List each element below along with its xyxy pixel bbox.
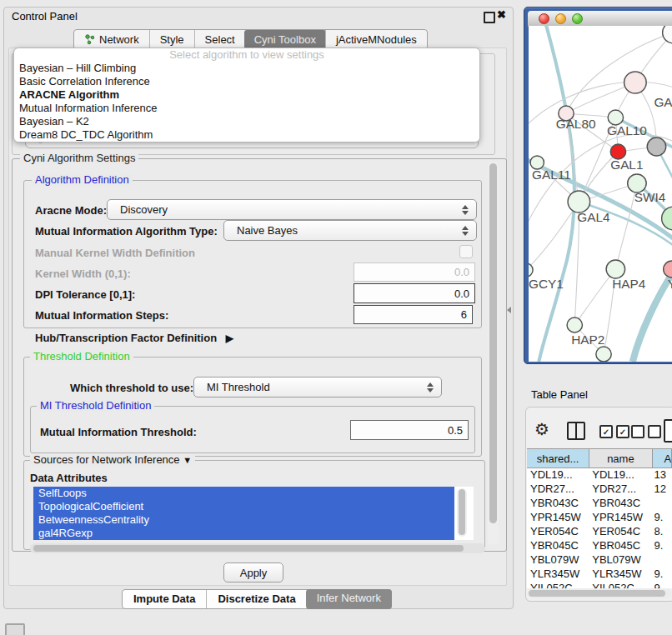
settings-scrollbar[interactable] — [488, 162, 499, 545]
dropdown-item[interactable]: Dream8 DC_TDC Algorithm — [14, 128, 479, 142]
tab-jactivemnodules-label: jActiveMNodules — [336, 33, 417, 46]
dropdown-item[interactable]: Bayesian – K2 — [14, 115, 479, 128]
close-traffic-light[interactable] — [539, 13, 549, 24]
zoom-traffic-light[interactable] — [572, 13, 583, 24]
node-label: GAL4 — [577, 210, 609, 224]
settings-group-title: Cyni Algorithm Settings — [20, 152, 138, 164]
sources-toggle[interactable]: Sources for Network Inference ▼ — [30, 454, 195, 466]
tab-jactivemnodules[interactable]: jActiveMNodules — [325, 30, 427, 49]
spinner-arrows-icon — [427, 382, 434, 392]
tab-network-label: Network — [99, 33, 139, 46]
table-gear-icon[interactable]: ⚙ — [534, 419, 549, 439]
network-node[interactable] — [596, 347, 611, 362]
dropdown-item[interactable]: Bayesian – Hill Climbing — [14, 62, 479, 75]
node-label: GAL11 — [532, 168, 571, 182]
column-header-partial[interactable]: A — [653, 449, 672, 468]
dpi-tolerance-value: 0.0 — [454, 288, 469, 300]
list-scrollbar-thumb[interactable] — [459, 489, 465, 535]
tab-style-label: Style — [160, 33, 184, 46]
network-node[interactable] — [624, 72, 647, 93]
tab-select[interactable]: Select — [194, 30, 245, 49]
table-row[interactable]: YLR345WYLR345W9. — [527, 568, 672, 582]
network-node-HAP4[interactable] — [606, 260, 625, 278]
sources-hscrollbar[interactable] — [30, 543, 485, 553]
network-node[interactable] — [662, 207, 672, 230]
threshold-definition-title: Threshold Definition — [30, 351, 133, 362]
table-row[interactable]: YBR045CYBR045C9. — [527, 539, 672, 554]
table-hscrollbar-thumb[interactable] — [529, 590, 665, 597]
network-window-titlebar[interactable] — [528, 11, 672, 27]
float-icon[interactable] — [484, 12, 495, 23]
network-node[interactable] — [663, 26, 672, 43]
tab-discretize-data[interactable]: Discretize Data — [206, 590, 306, 608]
column-header-shared[interactable]: shared... — [527, 449, 589, 468]
table-hscrollbar[interactable] — [527, 588, 672, 598]
node-label: GAL1 — [610, 158, 643, 172]
apply-button[interactable]: Apply — [223, 562, 283, 582]
dropdown-item[interactable]: Mutual Information Inference — [14, 102, 479, 115]
node-label: HAP2 — [571, 332, 604, 347]
tab-discretize-data-label: Discretize Data — [218, 592, 295, 605]
network-node-HAP2[interactable] — [567, 318, 582, 332]
list-item[interactable]: SelfLoops — [33, 487, 454, 500]
table-row[interactable]: YDR27...YDR27...12 — [527, 482, 672, 498]
network-node-GAL4[interactable] — [568, 191, 590, 212]
tab-network[interactable]: Network — [74, 30, 149, 49]
network-tab-icon — [84, 34, 95, 45]
network-node[interactable] — [647, 138, 666, 156]
mi-steps-field[interactable]: 6 — [354, 305, 473, 324]
tab-infer-network[interactable]: Infer Network — [306, 589, 392, 609]
column-layout-icon[interactable] — [567, 422, 585, 440]
spinner-arrows-icon — [462, 226, 469, 236]
tab-style[interactable]: Style — [149, 30, 194, 49]
column-header-name-label: name — [607, 452, 634, 465]
mi-type-combo[interactable]: Naive Bayes — [223, 220, 477, 241]
network-canvas[interactable]: GAL GAL80 GAL10 GAL1 GAL11 SWI4 GAL4 GCY… — [529, 26, 672, 362]
column-header-name[interactable]: name — [589, 449, 652, 468]
list-item[interactable]: BetweennessCentrality — [33, 513, 454, 527]
manual-kernel-checkbox[interactable] — [459, 245, 473, 258]
kernel-width-field[interactable]: 0.0 — [354, 262, 475, 282]
tab-cyni-toolbox[interactable]: Cyni Toolbox — [244, 30, 326, 49]
list-item[interactable]: TopologicalCoefficient — [33, 500, 454, 513]
table-row[interactable]: YBL079WYBL079W — [527, 553, 672, 568]
sources-hscrollbar-thumb[interactable] — [33, 545, 464, 552]
panel-splitter-handle[interactable] — [507, 307, 511, 313]
network-node-GCY1[interactable] — [529, 263, 533, 277]
dpi-tolerance-field[interactable]: 0.0 — [354, 283, 475, 303]
table-row[interactable]: YPR145WYPR145W9. — [527, 511, 672, 526]
settings-scrollbar-thumb[interactable] — [489, 163, 497, 523]
table-row[interactable]: YIL052CYIL052C9 — [527, 582, 672, 588]
list-scrollbar[interactable] — [457, 488, 467, 537]
close-icon[interactable]: ✖ — [497, 8, 506, 21]
table-row[interactable]: YER054CYER054C8. — [527, 525, 672, 540]
kernel-width-value: 0.0 — [454, 266, 469, 278]
algorithm-definition-title: Algorithm Definition — [32, 174, 133, 186]
network-graph: GAL GAL80 GAL10 GAL1 GAL11 SWI4 GAL4 GCY… — [529, 26, 672, 362]
table-row[interactable]: YBR043CYBR043C — [527, 497, 672, 512]
node-label: GCY1 — [529, 277, 564, 291]
tab-impute-data[interactable]: Impute Data — [123, 590, 206, 608]
aracne-mode-value: Discovery — [120, 203, 168, 216]
node-label: HAP4 — [612, 277, 645, 291]
node-label: GAL — [654, 95, 672, 109]
dock-mini-icon[interactable] — [5, 623, 25, 635]
cyni-bottom-tab-bar: Impute Data Discretize Data Infer Networ… — [122, 589, 392, 609]
mi-threshold-title: MI Threshold Definition — [37, 400, 154, 412]
list-item[interactable]: gal4RGexp — [33, 527, 454, 540]
dropdown-item-selected[interactable]: ARACNE Algorithm — [14, 88, 479, 102]
new-table-icon[interactable] — [664, 419, 672, 442]
network-node[interactable] — [664, 261, 672, 278]
algorithm-dropdown-popup: Select algorithm to view settings Bayesi… — [13, 48, 480, 142]
which-threshold-value: MI Threshold — [207, 381, 270, 393]
which-threshold-combo[interactable]: MI Threshold — [193, 377, 442, 398]
clear-checks-icon[interactable] — [631, 425, 661, 438]
aracne-mode-combo[interactable]: Discovery — [107, 199, 477, 220]
mi-threshold-field[interactable]: 0.5 — [350, 420, 469, 440]
select-all-checks-icon[interactable]: ✓ ✓ — [599, 425, 629, 438]
minimize-traffic-light[interactable] — [555, 13, 566, 24]
dropdown-item[interactable]: Basic Correlation Inference — [14, 75, 479, 88]
mi-threshold-value: 0.5 — [448, 424, 463, 437]
apply-button-label: Apply — [240, 567, 268, 579]
table-row[interactable]: YDL19...YDL19...13 — [527, 468, 672, 483]
